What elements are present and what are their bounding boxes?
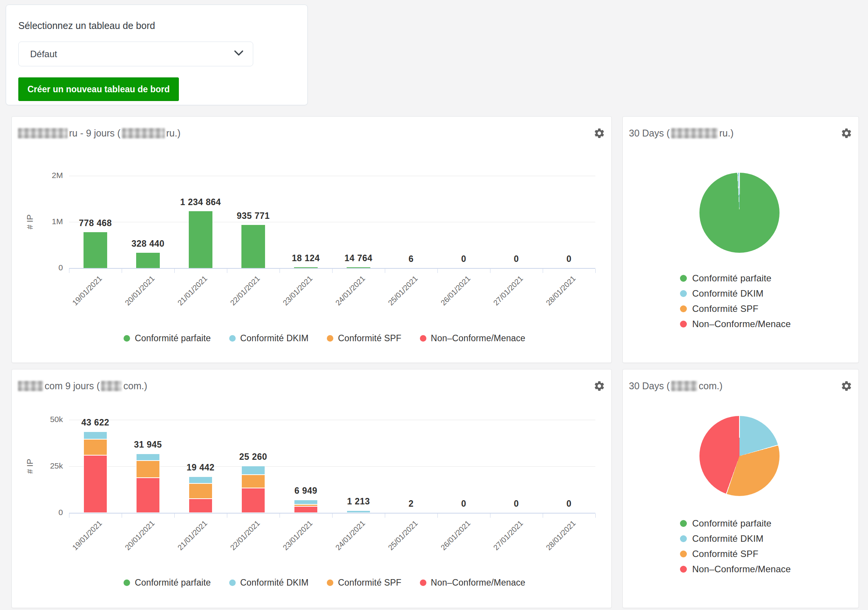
legend-label: Conformité DKIM [240,578,309,588]
legend-item-non-conforme[interactable]: Non–Conforme/Menace [420,333,526,344]
y-axis-tick-label: 0 [39,508,63,517]
legend-item-conformite-parfaite[interactable]: Conformité parfaite [124,333,211,344]
chart-legend: Conformité parfaite Conformité DKIM Conf… [54,333,595,344]
legend-label: Non–Conforme/Menace [692,564,791,575]
title-text: 30 Days ( [629,128,670,139]
bar-segment[interactable] [241,475,265,488]
bar-segment[interactable] [136,461,160,478]
legend-label: Non–Conforme/Menace [431,578,526,588]
x-axis-date-label: 25/01/2021 [373,519,420,565]
gear-icon[interactable] [841,380,852,392]
legend-item-conformite-dkim[interactable]: Conformité DKIM [229,578,309,588]
pie-chart[interactable] [699,416,780,496]
x-axis-date-label: 26/01/2021 [426,519,472,565]
x-axis-tick [437,514,438,518]
chart-title: 30 Days ( com.) [629,379,722,392]
bar-value-label: 19 442 [166,462,235,473]
create-dashboard-button[interactable]: Créer un nouveau tableau de bord [18,77,179,101]
x-axis-tick [543,269,543,273]
x-axis-date-label: 22/01/2021 [215,519,262,565]
chart-title: 30 Days ( ru.) [629,127,733,140]
bar-segment[interactable] [84,432,107,439]
legend-label: Conformité parfaite [135,578,211,588]
x-axis-date-label: 20/01/2021 [110,519,156,565]
legend-item-non-conforme[interactable]: Non–Conforme/Menace [680,319,791,329]
legend-item-conformite-parfaite[interactable]: Conformité parfaite [124,578,211,588]
redacted-domain-text [671,381,697,391]
bar-segment[interactable] [294,500,318,504]
bar-segment[interactable] [189,211,212,268]
bar-segment[interactable] [136,478,160,513]
x-axis-date-label: 22/01/2021 [215,274,262,321]
x-axis-tick [490,514,491,518]
x-axis-tick [543,514,543,518]
dashboard-select[interactable]: Défaut [18,42,253,66]
pie-chart-card-com: 30 Days ( com.) Conformité parfaite Conf… [622,369,859,608]
legend-swatch-red [680,566,687,573]
bar-segment[interactable] [241,488,265,513]
x-axis-tick [595,269,596,273]
bar-segment[interactable] [294,267,318,268]
redacted-domain-text [122,128,165,138]
legend-label: Conformité DKIM [692,288,764,299]
x-axis-date-label: 23/01/2021 [268,274,314,321]
bar-segment[interactable] [347,510,370,513]
bar-segment[interactable] [136,454,160,461]
y-axis-tick-label: 1M [39,217,63,226]
legend-item-conformite-spf[interactable]: Conformité SPF [680,303,791,314]
bar-chart-card-ru: ru - 9 jours ( ru.) 2M1M0# IP778 46819/0… [11,116,612,363]
bar-segment[interactable] [136,253,160,268]
x-axis-tick [280,514,280,518]
bar-segment[interactable] [189,483,212,499]
gear-icon[interactable] [841,127,852,139]
gear-icon[interactable] [593,127,605,139]
legend-item-conformite-spf[interactable]: Conformité SPF [327,578,401,588]
title-text: ru.) [166,128,181,139]
legend-item-conformite-dkim[interactable]: Conformité DKIM [680,533,791,544]
title-text: com 9 jours ( [45,380,100,392]
x-axis-tick [490,269,491,273]
gear-icon[interactable] [593,380,605,392]
bar-segment[interactable] [84,455,107,513]
title-text: com.) [123,380,147,392]
x-axis-date-label: 19/01/2021 [57,519,104,565]
bar-value-label: 1 234 864 [166,197,235,207]
legend-item-conformite-parfaite[interactable]: Conformité parfaite [680,273,791,284]
x-axis-date-label: 23/01/2021 [268,519,314,565]
bar-segment[interactable] [84,439,107,455]
x-axis-tick [437,269,438,273]
legend-label: Conformité DKIM [240,333,309,344]
bar-segment[interactable] [241,225,265,268]
pie-chart[interactable] [699,173,780,253]
gridline [69,222,595,222]
legend-item-conformite-parfaite[interactable]: Conformité parfaite [680,518,791,529]
bar-segment[interactable] [294,506,318,513]
y-axis-tick-label: 25k [39,461,63,470]
x-axis-tick [385,269,386,273]
legend-item-non-conforme[interactable]: Non–Conforme/Menace [680,564,791,575]
redacted-domain-text [671,128,718,138]
legend-label: Non–Conforme/Menace [431,333,526,344]
legend-item-conformite-dkim[interactable]: Conformité DKIM [680,288,791,299]
bar-segment[interactable] [294,504,318,506]
bar-segment[interactable] [84,232,107,268]
legend-swatch-green [124,335,130,342]
chart-legend: Conformité parfaite Conformité DKIM Conf… [54,578,595,588]
legend-swatch-red [680,321,687,327]
bar-segment[interactable] [189,477,212,483]
bar-value-label: 43 622 [61,417,130,428]
bar-segment[interactable] [189,499,212,513]
bar-segment[interactable] [347,267,370,268]
bar-value-label: 935 771 [219,211,288,221]
title-text: ru.) [719,128,734,139]
bar-value-label: 328 440 [114,239,182,249]
gridline [69,420,595,420]
x-axis-tick [595,514,596,518]
legend-item-conformite-dkim[interactable]: Conformité DKIM [229,333,309,344]
x-axis-tick [69,514,70,518]
legend-item-conformite-spf[interactable]: Conformité SPF [680,549,791,559]
legend-item-non-conforme[interactable]: Non–Conforme/Menace [420,578,526,588]
bar-segment[interactable] [241,466,265,475]
x-axis-date-label: 25/01/2021 [373,274,420,321]
legend-item-conformite-spf[interactable]: Conformité SPF [327,333,401,344]
